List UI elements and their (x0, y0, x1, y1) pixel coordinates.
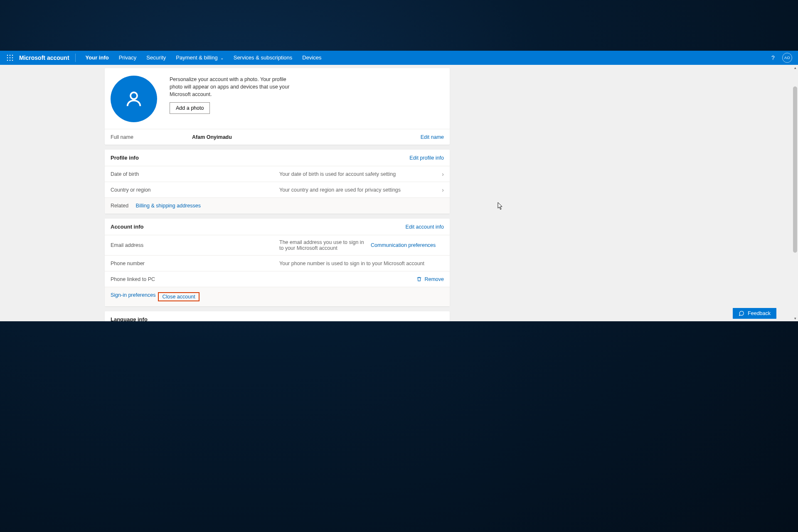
brand-title[interactable]: Microsoft account (17, 54, 76, 62)
nav-label: Security (146, 54, 166, 61)
scroll-down-icon[interactable]: ▾ (792, 315, 798, 321)
language-info-title: Language info (111, 316, 444, 321)
country-desc: Your country and region are used for pri… (279, 187, 436, 193)
nav-payment-billing[interactable]: Payment & billing⌄ (171, 51, 228, 65)
svg-point-6 (7, 60, 8, 61)
nav-label: Services & subscriptions (234, 54, 293, 61)
edit-profile-info-link[interactable]: Edit profile info (409, 155, 444, 161)
related-label: Related (111, 203, 128, 209)
phone-desc: Your phone number is used to sign in to … (279, 261, 444, 266)
feedback-button[interactable]: Feedback (733, 308, 776, 319)
svg-point-9 (131, 92, 137, 99)
signin-preferences-link[interactable]: Sign-in preferences (111, 292, 155, 301)
email-desc: The email address you use to sign in to … (279, 239, 371, 251)
nav-devices[interactable]: Devices (297, 51, 326, 65)
nav-services-subscriptions[interactable]: Services & subscriptions (229, 51, 298, 65)
svg-point-1 (10, 55, 11, 56)
nav-label: Payment & billing (176, 54, 217, 61)
nav-label: Devices (302, 54, 321, 61)
scroll-up-icon[interactable]: ▴ (792, 65, 798, 71)
profile-related-row: Related Billing & shipping addresses (105, 197, 450, 214)
svg-point-8 (12, 60, 13, 61)
account-info-card: Account info Edit account info Email add… (105, 219, 450, 306)
nav-security[interactable]: Security (141, 51, 171, 65)
close-account-link[interactable]: Close account (162, 294, 195, 300)
svg-point-3 (7, 57, 8, 59)
add-photo-button[interactable]: Add a photo (170, 102, 210, 114)
remove-phone-link[interactable]: Remove (416, 276, 444, 282)
nav-privacy[interactable]: Privacy (114, 51, 142, 65)
phone-label: Phone number (111, 261, 192, 266)
svg-point-5 (12, 57, 13, 59)
dob-label: Date of birth (111, 171, 192, 177)
feedback-label: Feedback (748, 310, 771, 316)
nav-label: Your info (86, 54, 109, 61)
profile-photo-placeholder (111, 76, 157, 122)
chat-icon (739, 310, 744, 316)
svg-point-4 (10, 57, 11, 59)
communication-preferences-link[interactable]: Communication preferences (371, 242, 436, 248)
account-links-row: Sign-in preferences Close account (105, 287, 450, 306)
content-area: Personalize your account with a photo. Y… (0, 65, 798, 321)
chevron-right-icon[interactable]: › (436, 187, 444, 193)
svg-point-2 (12, 55, 13, 56)
close-account-highlight: Close account (158, 292, 199, 301)
billing-shipping-link[interactable]: Billing & shipping addresses (136, 203, 201, 209)
scrollbar-thumb[interactable] (793, 86, 797, 253)
full-name-value: Afam Onyimadu (192, 134, 279, 140)
mouse-cursor (498, 202, 503, 210)
trash-icon (416, 276, 422, 282)
language-info-card: Language info Display language English (… (105, 311, 450, 321)
profile-info-title: Profile info (111, 155, 409, 161)
top-nav: Microsoft account Your info Privacy Secu… (0, 51, 798, 65)
profile-info-card: Profile info Edit profile info Date of b… (105, 150, 450, 214)
svg-point-7 (10, 60, 11, 61)
photo-description: Personalize your account with a photo. Y… (170, 76, 290, 98)
scrollbar[interactable]: ▴ ▾ (792, 65, 798, 321)
country-label: Country or region (111, 187, 192, 193)
dob-desc: Your date of birth is used for account s… (279, 171, 436, 177)
phone-pc-label: Phone linked to PC (111, 276, 192, 282)
nav-links: Your info Privacy Security Payment & bil… (81, 51, 327, 65)
app-launcher-icon[interactable] (3, 51, 17, 64)
remove-label: Remove (424, 276, 444, 282)
avatar[interactable]: AO (782, 53, 792, 63)
svg-point-0 (7, 55, 8, 56)
account-info-title: Account info (111, 224, 406, 230)
chevron-right-icon[interactable]: › (436, 171, 444, 177)
photo-name-card: Personalize your account with a photo. Y… (105, 68, 450, 145)
full-name-label: Full name (111, 134, 192, 140)
edit-name-link[interactable]: Edit name (421, 134, 444, 140)
nav-label: Privacy (119, 54, 137, 61)
edit-account-info-link[interactable]: Edit account info (406, 224, 444, 230)
email-label: Email address (111, 242, 192, 248)
help-icon[interactable]: ? (766, 54, 780, 61)
chevron-down-icon: ⌄ (220, 51, 224, 65)
browser-viewport: Microsoft account Your info Privacy Secu… (0, 51, 798, 321)
nav-your-info[interactable]: Your info (81, 51, 114, 65)
